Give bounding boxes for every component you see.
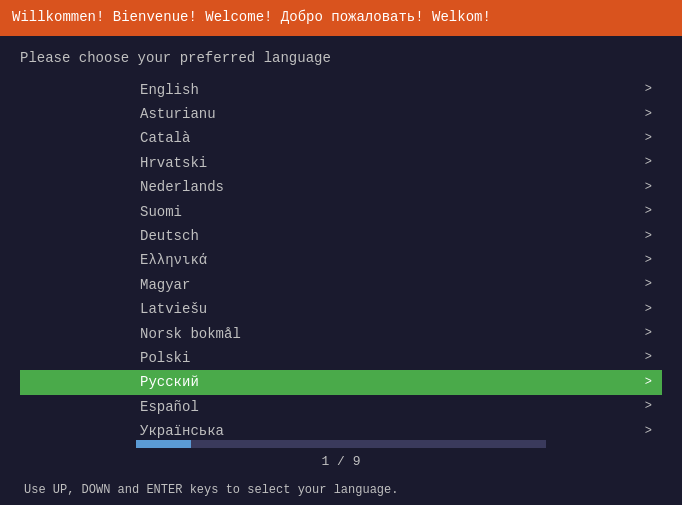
language-list-item[interactable]: Asturianu> bbox=[20, 102, 662, 126]
progress-label-row: 1 / 9 bbox=[0, 454, 682, 469]
chevron-right-icon: > bbox=[645, 275, 652, 294]
chevron-right-icon: > bbox=[645, 348, 652, 367]
header-banner: Willkommen! Bienvenue! Welcome! Добро по… bbox=[0, 0, 682, 36]
chevron-right-icon: > bbox=[645, 422, 652, 441]
language-list-item[interactable]: Suomi> bbox=[20, 200, 662, 224]
language-label: Русский bbox=[140, 371, 199, 393]
language-list-item[interactable]: Deutsch> bbox=[20, 224, 662, 248]
main-content: Please choose your preferred language En… bbox=[0, 36, 682, 458]
language-label: Español bbox=[140, 396, 199, 418]
chevron-right-icon: > bbox=[645, 397, 652, 416]
chevron-right-icon: > bbox=[645, 80, 652, 99]
progress-bar-fill bbox=[136, 440, 191, 448]
language-list-item[interactable]: Norsk bokmål> bbox=[20, 322, 662, 346]
language-label: Latviešu bbox=[140, 298, 207, 320]
progress-section: 1 / 9 bbox=[0, 440, 682, 475]
progress-bar bbox=[136, 440, 546, 448]
language-label: Magyar bbox=[140, 274, 190, 296]
language-list-item[interactable]: Català> bbox=[20, 126, 662, 150]
chevron-right-icon: > bbox=[645, 227, 652, 246]
language-label: Ελληνικά bbox=[140, 249, 207, 271]
language-label: Nederlands bbox=[140, 176, 224, 198]
language-list-item[interactable]: Русский> bbox=[20, 370, 662, 394]
chevron-right-icon: > bbox=[645, 153, 652, 172]
banner-text: Willkommen! Bienvenue! Welcome! Добро по… bbox=[12, 9, 491, 25]
language-label: Català bbox=[140, 127, 190, 149]
chevron-right-icon: > bbox=[645, 373, 652, 392]
language-label: Hrvatski bbox=[140, 152, 207, 174]
chevron-right-icon: > bbox=[645, 105, 652, 124]
language-label: Deutsch bbox=[140, 225, 199, 247]
prompt-text: Please choose your preferred language bbox=[20, 50, 662, 66]
chevron-right-icon: > bbox=[645, 324, 652, 343]
language-list-item[interactable]: Hrvatski> bbox=[20, 151, 662, 175]
language-list-item[interactable]: Español> bbox=[20, 395, 662, 419]
language-list-item[interactable]: Magyar> bbox=[20, 273, 662, 297]
chevron-right-icon: > bbox=[645, 178, 652, 197]
language-label: Norsk bokmål bbox=[140, 323, 241, 345]
language-label: Asturianu bbox=[140, 103, 216, 125]
instruction-section: Use UP, DOWN and ENTER keys to select yo… bbox=[0, 481, 682, 497]
progress-label: 1 / 9 bbox=[321, 454, 360, 469]
language-label: Polski bbox=[140, 347, 190, 369]
language-label: English bbox=[140, 79, 199, 101]
chevron-right-icon: > bbox=[645, 300, 652, 319]
chevron-right-icon: > bbox=[645, 129, 652, 148]
language-list-item[interactable]: Ελληνικά> bbox=[20, 248, 662, 272]
language-list-item[interactable]: English> bbox=[20, 78, 662, 102]
chevron-right-icon: > bbox=[645, 202, 652, 221]
language-list-item[interactable]: Latviešu> bbox=[20, 297, 662, 321]
language-list: English>Asturianu>Català>Hrvatski>Nederl… bbox=[20, 78, 662, 444]
chevron-right-icon: > bbox=[645, 251, 652, 270]
language-list-item[interactable]: Nederlands> bbox=[20, 175, 662, 199]
language-label: Suomi bbox=[140, 201, 182, 223]
language-list-item[interactable]: Polski> bbox=[20, 346, 662, 370]
footer-instruction: Use UP, DOWN and ENTER keys to select yo… bbox=[12, 483, 398, 497]
